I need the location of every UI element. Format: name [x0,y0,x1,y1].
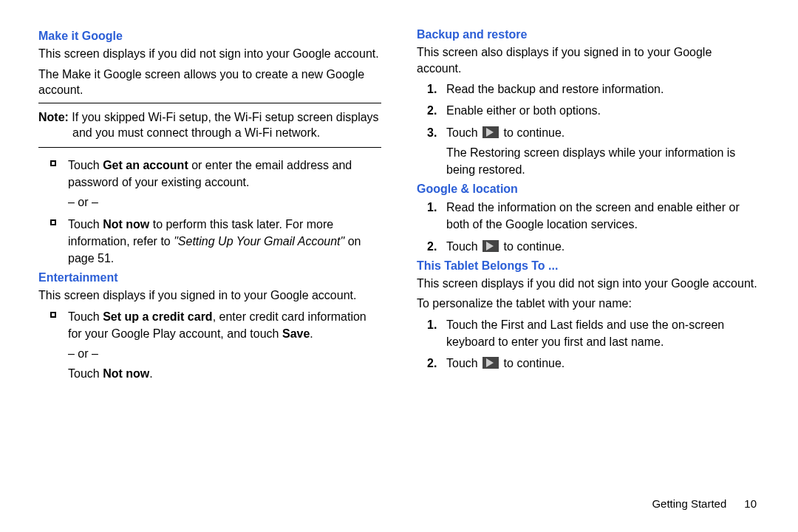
note-label: Note: [38,111,69,123]
para: This screen displays if you did not sign… [417,276,760,292]
numbered-list: Read the information on the screen and e… [417,199,760,255]
list-item: Touch to continue. [446,355,760,372]
para: This screen also displays if you signed … [417,44,760,76]
list-item: Read the information on the screen and e… [446,199,760,233]
heading-backup-restore: Backup and restore [417,28,760,41]
para: This screen displays if you did not sign… [38,46,381,62]
list-item: Read the backup and restore information. [446,81,760,98]
list-item: Touch Set up a credit card, enter credit… [68,308,381,383]
list-item: Touch the First and Last fields and use … [446,316,760,350]
next-arrow-icon [482,240,499,252]
or-divider: – or – [68,194,381,211]
note-body: If you skipped Wi-Fi setup, the Wi-Fi se… [69,111,379,140]
list-item: Enable either or both options. [446,102,760,119]
para: This screen displays if you signed in to… [38,287,381,304]
heading-make-it-google: Make it Google [38,30,381,43]
manual-page: Make it Google This screen displays if y… [0,0,798,458]
page-footer: Getting Started10 [652,497,757,510]
list-item: Touch Not now to perform this task later… [68,216,381,267]
heading-tablet-belongs-to: This Tablet Belongs To ... [417,259,760,273]
next-arrow-icon [482,357,499,369]
page-number: 10 [744,497,757,510]
bullet-list: Touch Get an account or enter the email … [38,157,381,267]
para: To personalize the tablet with your name… [417,296,760,312]
list-item: Touch to continue. The Restoring screen … [446,124,760,179]
numbered-list: Read the backup and restore information.… [417,81,760,178]
list-item: Touch Get an account or enter the email … [68,157,381,211]
section-name: Getting Started [652,497,726,510]
or-divider: – or – [68,345,381,362]
list-item: Touch to continue. [446,238,760,255]
heading-google-location: Google & location [417,183,760,196]
next-arrow-icon [482,126,499,138]
heading-entertainment: Entertainment [38,271,381,284]
numbered-list: Touch the First and Last fields and use … [417,316,760,372]
note-block: Note: If you skipped Wi-Fi setup, the Wi… [38,103,381,148]
para: The Make it Google screen allows you to … [38,66,381,98]
bullet-list: Touch Set up a credit card, enter credit… [38,308,381,383]
